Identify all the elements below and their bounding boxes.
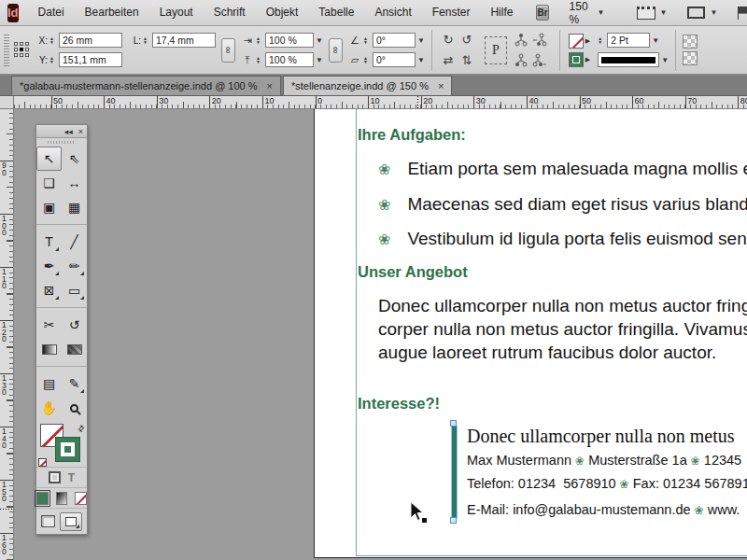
reference-point-proxy[interactable] <box>14 42 30 58</box>
pencil-tool[interactable]: ✏ <box>62 254 87 278</box>
document-tab[interactable]: *galabau-mustermann-stellenanzeige.indd … <box>11 76 281 95</box>
bridge-button[interactable]: Br <box>536 5 548 21</box>
preview-mode-button[interactable] <box>60 512 82 531</box>
chevron-down-icon[interactable]: ▼ <box>661 56 669 64</box>
shear-field[interactable]: 0° <box>373 52 416 67</box>
select-next-sibling-button[interactable] <box>530 50 549 71</box>
type-tool[interactable]: T <box>36 230 62 254</box>
hand-tool[interactable]: ✋ <box>36 396 62 420</box>
default-fill-stroke-icon[interactable] <box>38 458 47 467</box>
scale-x-field[interactable]: 100 % <box>265 33 314 48</box>
y-stepper[interactable]: ▲▼ <box>49 56 57 63</box>
text-frame-bottom-edge[interactable] <box>356 555 747 556</box>
collapse-panel-icon[interactable]: ◂◂ <box>64 127 73 136</box>
free-transform-tool[interactable]: ↺ <box>62 313 87 337</box>
scale-y-field[interactable]: 100 % <box>265 52 314 67</box>
gradient-feather-tool[interactable] <box>62 337 87 361</box>
shear-stepper[interactable]: ▲▼ <box>363 56 371 63</box>
note-tool[interactable]: ▤ <box>36 371 62 396</box>
chevron-down-icon[interactable]: ▼ <box>417 36 425 45</box>
direct-selection-tool[interactable]: ⇖ <box>62 147 87 171</box>
ruler-origin-corner[interactable] <box>0 96 14 109</box>
menu-item-layout[interactable]: Layout <box>149 0 204 25</box>
stroke-type-dropdown[interactable] <box>598 52 659 67</box>
vertical-ruler[interactable]: 9 01 0 01 1 01 2 01 3 01 4 01 5 01 6 0 <box>0 109 14 560</box>
panel-grip[interactable] <box>4 35 9 66</box>
stroke-color-swatch[interactable] <box>569 34 584 49</box>
y-position-field[interactable]: 151,1 mm <box>59 52 122 67</box>
rotation-field[interactable]: 0° <box>373 33 416 48</box>
select-previous-object-button[interactable] <box>512 30 530 50</box>
scale-x-stepper[interactable]: ▲▼ <box>256 36 263 44</box>
line-tool[interactable]: ╱ <box>62 230 87 254</box>
scale-y-stepper[interactable]: ▲▼ <box>256 56 263 63</box>
tools-panel-titlebar[interactable]: ◂◂ × <box>36 125 87 138</box>
stroke-swatch-green[interactable] <box>55 437 80 462</box>
tab-close-icon[interactable]: × <box>267 80 273 91</box>
apply-color-button[interactable] <box>36 492 49 505</box>
selection-tool[interactable]: ↖ <box>36 147 62 171</box>
panel-drag-grip[interactable] <box>36 138 87 147</box>
flip-horizontal-button[interactable]: ⇄ <box>439 50 458 71</box>
formatting-affects-container-button[interactable] <box>49 471 61 483</box>
stroke-weight-stepper[interactable]: ▲▼ <box>598 36 605 44</box>
rotate-ccw-button[interactable]: ↺ <box>458 30 476 50</box>
x-position-field[interactable]: 26 mm <box>59 33 122 48</box>
rotation-stepper[interactable]: ▲▼ <box>363 36 371 44</box>
rotate-cw-button[interactable]: ↻ <box>439 30 458 50</box>
flip-vertical-button[interactable]: ⇅ <box>458 50 476 71</box>
close-panel-icon[interactable]: × <box>78 127 83 136</box>
arrange-documents-dropdown[interactable]: ▼ <box>732 5 747 21</box>
select-container-button[interactable]: P <box>485 36 507 64</box>
text-frame-left-edge[interactable] <box>356 109 357 555</box>
chevron-down-icon[interactable]: ▼ <box>316 36 323 45</box>
rectangle-tool[interactable]: ▭ <box>62 278 87 302</box>
formatting-affects-text-button[interactable]: T <box>68 471 75 484</box>
content-collector-tool[interactable]: ▣ <box>36 195 62 219</box>
fill-color-swatch[interactable] <box>569 52 584 67</box>
document-tab[interactable]: *stellenanzeige.indd @ 150 %× <box>283 76 452 95</box>
selection-handle-bottom[interactable] <box>450 517 457 524</box>
constrain-dimensions-link[interactable]: ∞ <box>221 38 235 63</box>
view-options-dropdown[interactable]: ▼ <box>631 5 673 21</box>
chevron-down-icon[interactable]: ▼ <box>316 56 323 64</box>
normal-view-mode-button[interactable] <box>41 515 55 527</box>
eyedropper-tool[interactable]: ✎ <box>62 371 87 396</box>
effects-button[interactable] <box>683 35 698 49</box>
selected-vertical-line[interactable] <box>452 427 457 518</box>
menu-item-ansicht[interactable]: Ansicht <box>364 0 421 25</box>
menu-item-hilfe[interactable]: Hilfe <box>480 0 523 25</box>
constrain-scale-link[interactable]: ∞ <box>329 38 343 63</box>
select-previous-sibling-button[interactable] <box>530 30 549 50</box>
flyout-arrow-icon[interactable]: ▶ <box>585 56 590 63</box>
screen-mode-dropdown[interactable]: ▼ <box>682 5 723 21</box>
length-field[interactable]: 17,4 mm <box>152 33 216 48</box>
gap-tool[interactable]: ↔ <box>62 171 87 195</box>
length-stepper[interactable]: ▲▼ <box>143 36 150 44</box>
menu-item-bearbeiten[interactable]: Bearbeiten <box>75 0 149 25</box>
frame-tool[interactable]: ⊠ <box>36 278 62 302</box>
menu-item-objekt[interactable]: Objekt <box>256 0 309 25</box>
pen-tool[interactable]: ✒ <box>36 254 62 278</box>
scissors-tool[interactable]: ✂ <box>36 313 62 337</box>
select-next-object-button[interactable] <box>512 50 530 71</box>
content-placer-tool[interactable]: ▦ <box>62 195 87 219</box>
zoom-tool[interactable] <box>62 396 87 420</box>
tab-close-icon[interactable]: × <box>438 80 444 91</box>
menu-item-tabelle[interactable]: Tabelle <box>308 0 364 25</box>
chevron-down-icon[interactable]: ▼ <box>417 56 425 64</box>
chevron-down-icon[interactable]: ▼ <box>652 36 659 45</box>
apply-none-button[interactable] <box>75 492 87 505</box>
horizontal-ruler[interactable]: 504030201001020304050607080 <box>14 96 747 109</box>
gradient-tool[interactable] <box>36 337 62 361</box>
flyout-arrow-icon[interactable]: ▶ <box>585 37 590 45</box>
zoom-level-dropdown[interactable]: 150 % ▼ <box>570 0 605 26</box>
selection-handle-top[interactable] <box>450 420 457 427</box>
swap-fill-stroke-icon[interactable]: ⇄ <box>76 423 87 434</box>
menu-item-schrift[interactable]: Schrift <box>204 0 256 25</box>
menu-item-fenster[interactable]: Fenster <box>422 0 481 25</box>
page-tool[interactable]: ❏ <box>36 171 62 195</box>
stroke-weight-field[interactable]: 2 Pt <box>607 33 650 48</box>
apply-gradient-button[interactable] <box>56 492 68 505</box>
x-stepper[interactable]: ▲▼ <box>49 36 57 44</box>
